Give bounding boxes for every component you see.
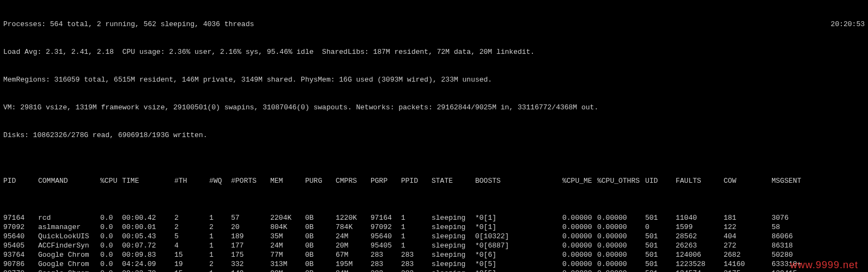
clock: 20:20:53 [831,20,865,29]
cell-wq: 1 [209,213,231,222]
process-row[interactable]: 90770Google Chrom0.000:22.7815114990M0B8… [3,269,865,272]
cell-msgsent: 58 [772,222,815,232]
cell-faults: 134574 [676,269,724,272]
col-command: COMMAND [38,176,100,186]
cell-time: 00:05.43 [122,232,174,241]
cell-ports: 149 [231,269,270,272]
cell-cow: 2682 [724,250,772,259]
process-row[interactable]: 93764Google Chrom0.000:09.8315117577M0B6… [3,250,865,259]
cell-pid: 97164 [3,213,38,222]
cell-cmprs: 1220K [336,213,371,222]
cell-uid: 501 [645,269,676,272]
cell-cpuoth: 0.00000 [597,250,645,259]
cell-cpu: 0.0 [100,269,122,272]
cell-pid: 90770 [3,269,38,272]
cell-faults: 1599 [676,222,724,232]
cell-msgsent: 3076 [772,213,815,222]
cell-th: 2 [174,222,209,232]
process-row[interactable]: 90786Google Chrom0.004:24.09192332313M0B… [3,259,865,269]
process-row[interactable]: 97164rcd0.000:00.4221572204K0B1220K97164… [3,213,865,222]
cell-mem: 35M [270,232,305,241]
cell-cpume: 0.00000 [562,241,597,250]
cell-cmprs: 24M [336,232,371,241]
cell-mem: 2204K [270,213,305,222]
cell-cpu: 0.0 [100,232,122,241]
cell-faults: 1223528 [676,259,724,269]
col-wq: #WQ [209,176,231,186]
cell-cpu: 0.0 [100,241,122,250]
cell-cmprs: 784K [336,222,371,232]
cell-cpume: 0.00000 [562,250,597,259]
cell-mem: 313M [270,259,305,269]
cell-mem: 24M [270,241,305,250]
cell-boosts: *0[5] [475,269,562,272]
cell-state: sleeping [432,269,475,272]
cell-ports: 175 [231,250,270,259]
col-th: #TH [174,176,209,186]
column-headers: PID COMMAND %CPU TIME #TH #WQ #PORTS MEM… [3,176,865,186]
header-processes: Processes: 564 total, 2 running, 562 sle… [3,20,254,28]
cell-state: sleeping [432,259,475,269]
cell-pgrp: 283 [371,250,401,259]
cell-cmprs: 20M [336,241,371,250]
cell-mem: 77M [270,250,305,259]
col-cow: COW [724,176,772,186]
cell-cpuoth: 0.00000 [597,259,645,269]
col-mem: MEM [270,176,305,186]
cell-command: aslmanager [38,222,100,232]
cell-pid: 95405 [3,241,38,250]
process-row[interactable]: 95405ACCFinderSyn0.000:07.724117724M0B20… [3,241,865,250]
cell-ppid: 1 [401,241,432,250]
col-uid: UID [645,176,676,186]
cell-th: 4 [174,241,209,250]
header-load: Load Avg: 2.31, 2.41, 2.18 CPU usage: 2.… [3,47,865,57]
cell-pid: 97092 [3,222,38,232]
terminal-output[interactable]: Processes: 564 total, 2 running, 562 sle… [0,0,868,272]
cell-msgsent: 86318 [772,241,815,250]
col-purg: PURG [305,176,336,186]
col-pgrp: PGRP [371,176,401,186]
cell-cpume: 0.00000 [562,259,597,269]
cell-command: rcd [38,213,100,222]
cell-purg: 0B [305,213,336,222]
cell-pgrp: 95640 [371,232,401,241]
cell-state: sleeping [432,222,475,232]
cell-ports: 189 [231,232,270,241]
cell-state: sleeping [432,250,475,259]
col-cpume: %CPU_ME [562,176,597,186]
col-ports: #PORTS [231,176,270,186]
cell-command: Google Chrom [38,259,100,269]
cell-wq: 1 [209,241,231,250]
cell-pid: 90786 [3,259,38,269]
cell-cpume: 0.00000 [562,213,597,222]
col-pid: PID [3,176,38,186]
cell-uid: 501 [645,259,676,269]
cell-purg: 0B [305,222,336,232]
cell-ppid: 283 [401,259,432,269]
cell-cpuoth: 0.00000 [597,269,645,272]
cell-cpuoth: 0.00000 [597,232,645,241]
cell-faults: 26263 [676,241,724,250]
cell-wq: 2 [209,259,231,269]
process-row[interactable]: 95640QuickLookUIS0.000:05.435118935M0B24… [3,232,865,241]
cell-purg: 0B [305,250,336,259]
cell-pgrp: 95405 [371,241,401,250]
cell-purg: 0B [305,241,336,250]
cell-cow: 122 [724,222,772,232]
cell-th: 19 [174,259,209,269]
cell-pid: 95640 [3,232,38,241]
col-cpu: %CPU [100,176,122,186]
cell-cow: 181 [724,213,772,222]
cell-state: sleeping [432,213,475,222]
header-mem: MemRegions: 316059 total, 6515M resident… [3,75,865,84]
col-msgsent: MSGSENT [772,176,815,186]
cell-uid: 501 [645,241,676,250]
process-list: 97164rcd0.000:00.4221572204K0B1220K97164… [3,213,865,272]
cell-time: 00:00.01 [122,222,174,232]
cell-faults: 28562 [676,232,724,241]
cell-cpu: 0.0 [100,213,122,222]
cell-command: Google Chrom [38,250,100,259]
cell-command: ACCFinderSyn [38,241,100,250]
cell-th: 5 [174,232,209,241]
process-row[interactable]: 97092aslmanager0.000:00.012220804K0B784K… [3,222,865,232]
